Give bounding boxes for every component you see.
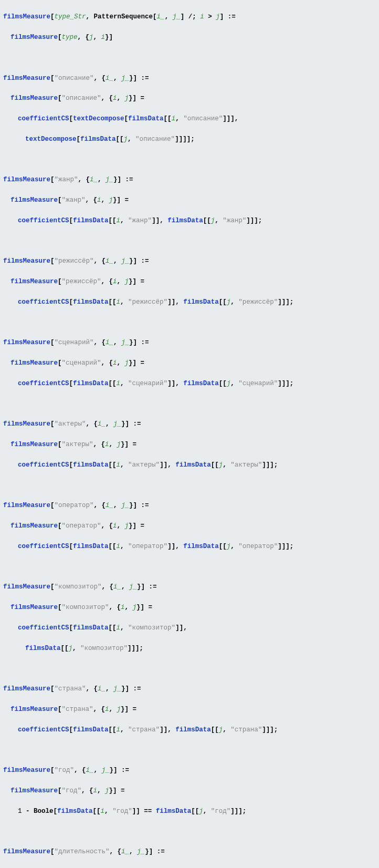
line: coefficientCS[filmsData[[i, "оператор"]]…	[3, 542, 376, 552]
line: coefficientCS[filmsData[[i, "актеры"]], …	[3, 460, 376, 470]
line: coefficientCS[filmsData[[i, "страна"]], …	[3, 725, 376, 735]
line: filmsMeasure["страна", {i, j}] =	[3, 705, 376, 715]
line: filmsMeasure["композитор", {i_, j_}] :=	[3, 582, 376, 592]
code-block: filmsMeasure[type_Str, PatternSequence[i…	[0, 0, 379, 868]
line: filmsMeasure["сценарий", {i_, j_}] :=	[3, 338, 376, 348]
line: filmsMeasure["оператор", {i_, j_}] :=	[3, 501, 376, 511]
line: filmsMeasure["страна", {i_, j_}] :=	[3, 684, 376, 694]
line: coefficientCS[filmsData[[i, "жанр"]], fi…	[3, 216, 376, 226]
line: filmsMeasure["жанр", {i, j}] =	[3, 195, 376, 205]
line: filmsMeasure[type_Str, PatternSequence[i…	[3, 12, 376, 22]
line: filmsMeasure["жанр", {i_, j_}] :=	[3, 175, 376, 185]
line: filmsMeasure["режиссёр", {i, j}] =	[3, 277, 376, 287]
line: filmsMeasure[type, {j, i}]	[3, 33, 376, 43]
line: coefficientCS[filmsData[[i, "сценарий"]]…	[3, 379, 376, 389]
line: filmsMeasure["режиссёр", {i_, j_}] :=	[3, 256, 376, 266]
line: coefficientCS[filmsData[[i, "режиссёр"]]…	[3, 297, 376, 307]
line: filmsMeasure["описание", {i, j}] =	[3, 94, 376, 104]
line: filmsMeasure["сценарий", {i, j}] =	[3, 358, 376, 368]
line: filmsMeasure["длительность", {i_, j_}] :…	[3, 847, 376, 857]
line: 1 - Boole[filmsData[[i, "год"]] == films…	[3, 807, 376, 817]
line: filmsMeasure["описание", {i_, j_}] :=	[3, 74, 376, 84]
line: filmsMeasure["актеры", {i, j}] =	[3, 440, 376, 450]
line: filmsData[[j, "композитор"]]];	[3, 644, 376, 654]
line: coefficientCS[filmsData[[i, "композитор"…	[3, 623, 376, 633]
line: filmsMeasure["год", {i, j}] =	[3, 786, 376, 796]
line: filmsMeasure["оператор", {i, j}] =	[3, 521, 376, 531]
line: textDecompose[filmsData[[j, "описание"]]…	[3, 135, 376, 144]
line: filmsMeasure["композитор", {i, j}] =	[3, 603, 376, 613]
line: filmsMeasure["год", {i_, j_}] :=	[3, 766, 376, 776]
line: coefficientCS[textDecompose[filmsData[[i…	[3, 114, 376, 124]
line: filmsMeasure["актеры", {i_, j_}] :=	[3, 419, 376, 429]
